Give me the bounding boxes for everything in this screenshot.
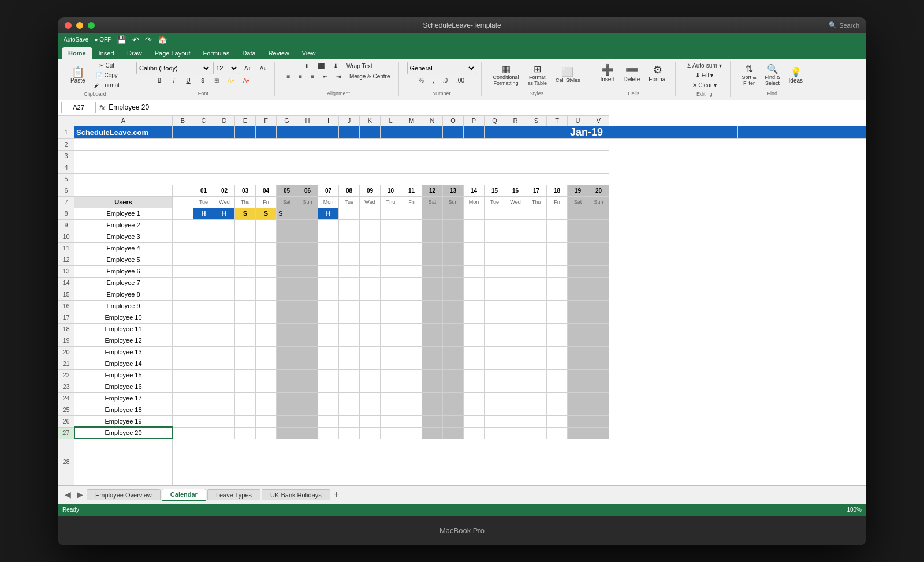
search-label[interactable]: Search (839, 22, 859, 29)
employee-8-name[interactable]: Employee 8 (74, 289, 173, 300)
employee-11-name[interactable]: Employee 11 (74, 323, 173, 335)
fill-color-button[interactable]: A▾ (224, 76, 238, 85)
decimal-increase-button[interactable]: .0 (439, 76, 451, 85)
col-header-V[interactable]: V (588, 115, 609, 126)
tab-page-layout[interactable]: Page Layout (149, 47, 196, 59)
insert-cells-button[interactable]: ➕ Insert (597, 62, 618, 84)
col-header-Q[interactable]: Q (485, 115, 505, 126)
align-middle-button[interactable]: ⬛ (314, 62, 328, 70)
align-bottom-button[interactable]: ⬇ (330, 62, 341, 70)
delete-cells-button[interactable]: ➖ Delete (620, 62, 643, 84)
align-left-button[interactable]: ≡ (283, 72, 293, 81)
home-icon[interactable]: 🏠 (158, 35, 167, 44)
tab-insert[interactable]: Insert (93, 47, 121, 59)
col-header-I[interactable]: I (318, 115, 339, 126)
strikethrough-button[interactable]: S̶ (196, 76, 209, 85)
employee-7-name[interactable]: Employee 7 (74, 277, 173, 289)
employee-6-name[interactable]: Employee 6 (74, 265, 173, 277)
decimal-decrease-button[interactable]: .00 (453, 76, 468, 85)
merge-centre-button[interactable]: Merge & Centre (346, 72, 394, 81)
decrease-font-button[interactable]: A↓ (256, 64, 270, 73)
col-header-U[interactable]: U (568, 115, 588, 126)
tab-calendar[interactable]: Calendar (162, 489, 206, 501)
col-header-S[interactable]: S (526, 115, 547, 126)
employee-12-name[interactable]: Employee 12 (74, 335, 173, 346)
font-size-select[interactable]: 12 (213, 62, 239, 74)
autosum-button[interactable]: Σ Auto-sum ▾ (684, 61, 725, 70)
copy-button[interactable]: 📄 Copy (91, 71, 123, 80)
col-header-R[interactable]: R (505, 115, 526, 126)
save-icon[interactable]: 💾 (117, 35, 126, 44)
formula-input[interactable] (109, 103, 863, 111)
col-header-H[interactable]: H (297, 115, 318, 126)
add-sheet-button[interactable]: + (331, 489, 341, 500)
employee-5-name[interactable]: Employee 5 (74, 254, 173, 265)
employee-2-name[interactable]: Employee 2 (74, 219, 173, 231)
format-cells-button[interactable]: ⚙ Format (645, 62, 670, 84)
employee-3-name[interactable]: Employee 3 (74, 231, 173, 242)
format-as-table-button[interactable]: ⊞ Formatas Table (524, 62, 550, 88)
maximize-button[interactable] (88, 22, 95, 29)
tab-uk-bank-holidays[interactable]: UK Bank Holidays (262, 489, 330, 500)
cell-8-i[interactable]: H (318, 208, 339, 219)
col-header-T[interactable]: T (547, 115, 568, 126)
fill-button[interactable]: ⬇ Fill ▾ (692, 71, 717, 80)
indent-increase-button[interactable]: ⇥ (333, 72, 344, 81)
tab-draw[interactable]: Draw (121, 47, 148, 59)
employee-9-name[interactable]: Employee 9 (74, 300, 173, 312)
employee-18-name[interactable]: Employee 18 (74, 404, 173, 415)
cell-styles-button[interactable]: ⬜ Cell Styles (552, 65, 584, 85)
format-painter-button[interactable]: 🖌 Format (91, 81, 123, 89)
align-top-button[interactable]: ⬆ (301, 62, 312, 70)
sort-filter-button[interactable]: ⇅ Sort &Filter (739, 62, 760, 88)
close-button[interactable] (65, 22, 72, 29)
percent-button[interactable]: % (415, 76, 427, 85)
indent-decrease-button[interactable]: ⇤ (319, 72, 331, 81)
col-header-J[interactable]: J (339, 115, 360, 126)
undo-icon[interactable]: ↶ (132, 35, 139, 44)
col-header-L[interactable]: L (381, 115, 401, 126)
tab-formulas[interactable]: Formulas (198, 47, 236, 59)
cut-button[interactable]: ✂ Cut (91, 61, 123, 70)
employee-10-name[interactable]: Employee 10 (74, 312, 173, 323)
employee-1-name[interactable]: Employee 1 (74, 208, 173, 219)
employee-15-name[interactable]: Employee 15 (74, 369, 173, 381)
increase-font-button[interactable]: A↑ (241, 64, 255, 73)
tab-data[interactable]: Data (236, 47, 261, 59)
cell-8-c[interactable]: H (193, 208, 214, 219)
italic-button[interactable]: I (167, 76, 180, 85)
tab-next-button[interactable]: ▶ (74, 490, 85, 499)
employee-13-name[interactable]: Employee 13 (74, 346, 173, 358)
paste-button[interactable]: 📋 Paste (67, 65, 89, 85)
col-header-A[interactable]: A (74, 115, 173, 126)
employee-14-name[interactable]: Employee 14 (74, 358, 173, 369)
cell-reference-input[interactable] (61, 102, 96, 113)
minimize-button[interactable] (76, 22, 83, 29)
cell-8-f[interactable]: S (256, 208, 277, 219)
col-header-B[interactable]: B (173, 115, 193, 126)
tab-review[interactable]: Review (263, 47, 295, 59)
tab-view[interactable]: View (296, 47, 322, 59)
clear-button[interactable]: ✕ Clear ▾ (689, 81, 720, 89)
comma-button[interactable]: , (429, 76, 438, 85)
col-header-P[interactable]: P (464, 115, 485, 126)
conditional-formatting-button[interactable]: ▦ ConditionalFormatting (490, 62, 523, 88)
bold-button[interactable]: B (153, 76, 166, 85)
tab-leave-types[interactable]: Leave Types (207, 489, 260, 500)
col-header-E[interactable]: E (235, 115, 256, 126)
employee-19-name[interactable]: Employee 19 (74, 415, 173, 427)
number-format-select[interactable]: General (407, 62, 476, 74)
border-button[interactable]: ⊞ (211, 76, 222, 85)
col-header-O[interactable]: O (443, 115, 464, 126)
find-select-button[interactable]: 🔍 Find &Select (762, 62, 784, 88)
col-header-M[interactable]: M (401, 115, 422, 126)
redo-icon[interactable]: ↷ (145, 35, 152, 44)
underline-button[interactable]: U (182, 76, 195, 85)
align-right-button[interactable]: ≡ (307, 72, 318, 81)
font-color-button[interactable]: A▾ (240, 76, 254, 85)
col-header-D[interactable]: D (214, 115, 235, 126)
employee-17-name[interactable]: Employee 17 (74, 392, 173, 404)
col-header-C[interactable]: C (193, 115, 214, 126)
employee-20-name[interactable]: Employee 20 (74, 427, 173, 439)
font-family-select[interactable]: Calibri (Body) (136, 62, 211, 74)
